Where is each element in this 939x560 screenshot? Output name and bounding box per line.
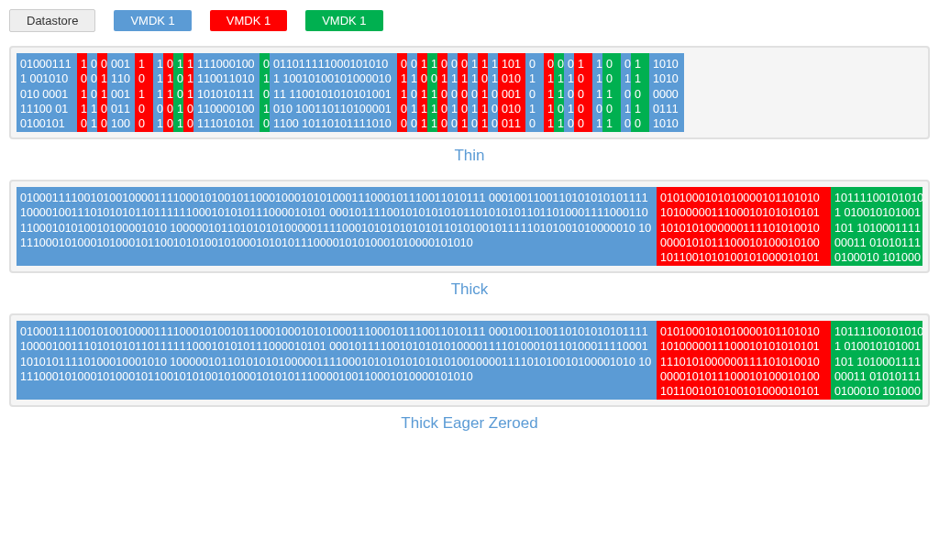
panel-thick: 0100011110010100100001111000101001011000…	[9, 180, 930, 273]
segment: 1 1 0 1 0	[468, 53, 478, 132]
legend-datastore: Datastore	[9, 9, 95, 32]
segment: 1 0 1 1 1	[427, 53, 437, 132]
segment: 0 1 0 1 0	[260, 53, 270, 132]
segment: 0 1 0 1 0	[621, 53, 631, 132]
segment: 001 110 001 011 100	[107, 53, 135, 132]
segment: 0101000101010000101101010 10100000111000…	[657, 321, 831, 400]
segment: 0 1 1 0 0	[97, 53, 107, 132]
segment: 1 1 1 0 0	[183, 53, 193, 132]
segment: 0 1 0 0 1	[458, 53, 468, 132]
legend-vmdk-blue: VMDK 1	[114, 10, 191, 31]
thick-row: 0100011110010100100001111000101001011000…	[17, 187, 922, 266]
segment: 0 0 0 1 1	[87, 53, 97, 132]
panel-thin: 010001111 001010010 000111100 010100101 …	[9, 46, 930, 139]
segment: 1010 1010 0000 0111 1010	[649, 53, 684, 132]
segment: 1 0 1 1 0	[77, 53, 87, 132]
segment: 1 0 1 1 1	[478, 53, 488, 132]
segment: 1 1 1 0 1	[592, 53, 602, 132]
segment: 0 1 1 0 1	[554, 53, 564, 132]
segment: 1 1 0 0 0	[488, 53, 498, 132]
segment: 00 10 10 10 10	[602, 53, 621, 132]
segment: 0100011110010100100001111000101001011000…	[17, 321, 657, 400]
legend-vmdk-red: VMDK 1	[210, 10, 287, 31]
segment: 0 1 0 1 0	[564, 53, 574, 132]
segment: 0 1 0 1 0	[447, 53, 458, 132]
caption-thin: Thin	[9, 147, 930, 165]
segment: 101 010 001 010 011	[498, 53, 525, 132]
segment: 101111001010101 010010101001101 10100011…	[831, 321, 922, 400]
segment: 0101000101010000101101010 10100000111000…	[657, 187, 831, 266]
segment: 0 1 0 1 0	[407, 53, 417, 132]
segment: 111000100 110011010 101010111 110000100 …	[193, 53, 260, 132]
segment: 10 10 00 00 11	[135, 53, 153, 132]
thick-eager-row: 0100011110010100100001111000101001011000…	[17, 321, 922, 400]
legend: Datastore VMDK 1 VMDK 1 VMDK 1	[9, 9, 930, 32]
segment: 01 01 01 00 11	[525, 53, 544, 132]
caption-thick: Thick	[9, 280, 930, 299]
caption-thick-eager: Thick Eager Zeroed	[9, 414, 930, 433]
segment: 10 00 01 00 00	[574, 53, 592, 132]
segment: 0 1 1 0 0	[163, 53, 173, 132]
legend-vmdk-green: VMDK 1	[305, 10, 382, 31]
segment: 0 1 0 0 0	[437, 53, 447, 132]
segment: 010001111 001010010 000111100 010100101 …	[17, 53, 77, 132]
segment: 0100011110010100100001111000101001011000…	[17, 187, 657, 266]
segment: 1 1 1 0 1	[153, 53, 163, 132]
segment: 0110111110001010101 1001010010100001011 …	[270, 53, 397, 132]
segment: 1 0 1 1 1	[417, 53, 427, 132]
segment: 11 01 01 10 00	[631, 53, 649, 132]
segment: 1 0 0 1 1	[173, 53, 183, 132]
segment: 0 1 1 0 0	[397, 53, 407, 132]
thin-row: 010001111 001010010 000111100 010100101 …	[17, 53, 922, 132]
segment: 101111001010101 010010101001101 10100011…	[831, 187, 922, 266]
panel-thick-eager: 0100011110010100100001111000101001011000…	[9, 313, 930, 407]
segment: 0 1 1 1 1	[544, 53, 554, 132]
